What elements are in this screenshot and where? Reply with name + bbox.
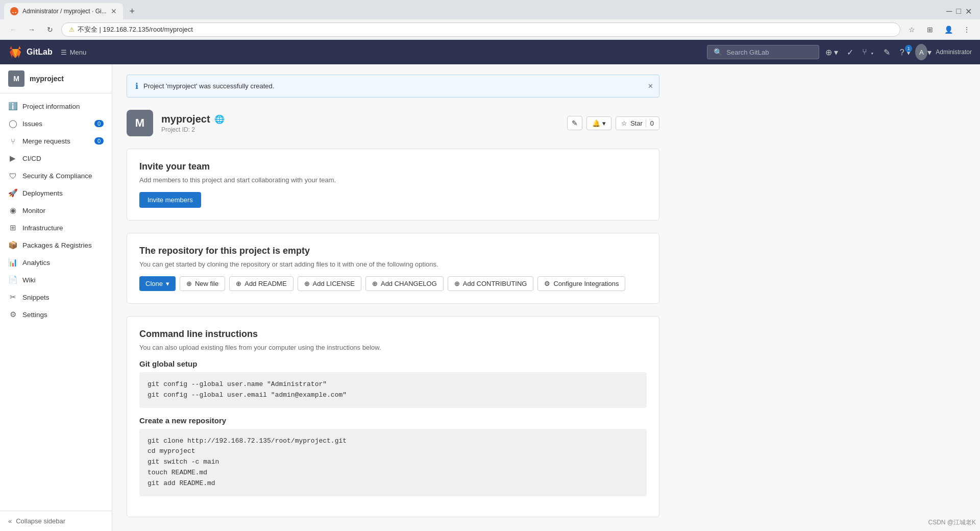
profile-button[interactable]: 👤 <box>941 22 955 37</box>
alert-icon: ℹ <box>135 81 138 91</box>
clone-dropdown-icon: ▾ <box>166 280 169 287</box>
sidebar-item-infrastructure[interactable]: ⊞ Infrastructure <box>0 219 112 236</box>
sidebar-item-security-compliance[interactable]: 🛡 Security & Compliance <box>0 167 112 184</box>
add-contributing-label: Add CONTRIBUTING <box>463 280 527 287</box>
sidebar-item-issues[interactable]: ◯ Issues 0 <box>0 115 112 132</box>
menu-button-nav[interactable]: ☰ Menu <box>61 49 87 56</box>
repo-actions: Clone ▾ ⊕ New file ⊕ Add README ⊕ Add LI… <box>139 276 647 291</box>
star-button[interactable]: ☆ Star 0 <box>616 116 659 130</box>
refresh-button[interactable]: ↻ <box>43 22 57 37</box>
clone-button[interactable]: Clone ▾ <box>139 276 176 291</box>
add-contributing-button[interactable]: ⊕ Add CONTRIBUTING <box>448 276 534 291</box>
configure-integrations-button[interactable]: ⚙ Configure Integrations <box>537 276 625 291</box>
sidebar-item-merge-requests[interactable]: ⑂ Merge requests 0 <box>0 132 112 150</box>
add-changelog-button[interactable]: ⊕ Add CHANGELOG <box>365 276 444 291</box>
project-header-actions: ✎ 🔔 ▾ ☆ Star 0 <box>567 116 659 130</box>
sidebar-item-wiki[interactable]: 📄 Wiki <box>0 271 112 288</box>
sidebar: M myproject ℹ️ Project information ◯ Iss… <box>0 64 112 531</box>
cmd-line-2: git config --global user.email "admin@ex… <box>148 390 639 401</box>
gitlab-logo[interactable]: GitLab <box>8 45 53 59</box>
tab-close-button[interactable]: ✕ <box>111 7 117 15</box>
visibility-icon: 🌐 <box>214 114 225 124</box>
add-contributing-icon: ⊕ <box>454 280 460 287</box>
menu-label: Menu <box>70 49 87 56</box>
username-nav: Administrator <box>936 49 972 56</box>
cmd-add: git add README.md <box>148 478 639 489</box>
merge-requests-nav[interactable]: ⑂ ▾ <box>860 44 876 60</box>
invite-description: Add members to this project and start co… <box>139 176 647 184</box>
deployments-icon: 🚀 <box>8 188 17 198</box>
sidebar-label-analytics: Analytics <box>22 259 50 267</box>
sidebar-item-snippets[interactable]: ✂ Snippets <box>0 288 112 306</box>
sidebar-item-deployments[interactable]: 🚀 Deployments <box>0 184 112 202</box>
sidebar-item-monitor[interactable]: ◉ Monitor <box>0 202 112 219</box>
search-icon: 🔍 <box>714 48 722 56</box>
avatar-image: A <box>915 44 927 60</box>
add-readme-icon: ⊕ <box>236 280 241 287</box>
sidebar-label-settings: Settings <box>22 311 47 319</box>
todo-button[interactable]: ✓ <box>842 44 858 60</box>
git-global-setup-code: git config --global user.name "Administr… <box>139 372 647 408</box>
add-changelog-icon: ⊕ <box>372 280 378 287</box>
sidebar-project[interactable]: M myproject <box>0 64 112 93</box>
add-readme-label: Add README <box>244 280 286 287</box>
sidebar-label-packages: Packages & Registries <box>22 242 92 249</box>
minimize-button[interactable]: ─ <box>946 7 952 16</box>
gitlab-logo-icon <box>8 45 22 59</box>
edit-button[interactable]: ✎ <box>878 44 895 60</box>
analytics-icon: 📊 <box>8 258 17 267</box>
collapse-sidebar-button[interactable]: « Collapse sidebar <box>8 517 104 525</box>
add-license-button[interactable]: ⊕ Add LICENSE <box>298 276 361 291</box>
sidebar-label-monitor: Monitor <box>22 207 45 214</box>
wiki-icon: 📄 <box>8 275 17 284</box>
add-license-label: Add LICENSE <box>313 280 355 287</box>
create-button[interactable]: ⊕ ▾ <box>823 44 840 60</box>
edit-project-button[interactable]: ✎ <box>567 116 582 130</box>
project-id: Project ID: 2 <box>161 126 567 133</box>
sidebar-item-cicd[interactable]: ▶ CI/CD <box>0 150 112 167</box>
help-button[interactable]: ? ▾ 1 <box>897 44 913 60</box>
new-tab-button[interactable]: + <box>125 4 139 18</box>
notification-badge: 1 <box>905 45 912 52</box>
sidebar-item-settings[interactable]: ⚙ Settings <box>0 306 112 323</box>
sidebar-item-packages-registries[interactable]: 📦 Packages & Registries <box>0 236 112 254</box>
alert-close-button[interactable]: × <box>648 82 653 91</box>
sidebar-item-analytics[interactable]: 📊 Analytics <box>0 254 112 271</box>
back-button[interactable]: ← <box>6 22 20 37</box>
git-global-setup-title: Git global setup <box>139 359 647 368</box>
maximize-button[interactable]: □ <box>956 7 961 16</box>
user-avatar-nav[interactable]: A ▾ <box>915 44 932 60</box>
project-title: myproject 🌐 <box>161 113 567 125</box>
add-readme-button[interactable]: ⊕ Add README <box>229 276 293 291</box>
sidebar-item-project-information[interactable]: ℹ️ Project information <box>0 98 112 115</box>
close-window-button[interactable]: ✕ <box>965 7 972 16</box>
gitlab-logo-text: GitLab <box>27 47 53 57</box>
extensions-button[interactable]: ⊞ <box>923 22 937 37</box>
sidebar-project-avatar: M <box>8 70 24 87</box>
forward-button[interactable]: → <box>24 22 39 37</box>
settings-icon: ⚙ <box>8 310 17 319</box>
cmd-touch: touch README.md <box>148 468 639 478</box>
sidebar-footer: « Collapse sidebar <box>0 511 112 531</box>
cmd-clone: git clone http://192.168.72.135/root/myp… <box>148 436 639 447</box>
snippets-icon: ✂ <box>8 293 17 302</box>
search-bar[interactable]: 🔍 <box>707 45 819 59</box>
infrastructure-icon: ⊞ <box>8 223 17 232</box>
address-bar[interactable]: ⚠ 不安全 | 192.168.72.135/root/myproject <box>61 22 900 37</box>
sidebar-project-name: myproject <box>30 75 64 83</box>
gitlab-top-nav: GitLab ☰ Menu 🔍 ⊕ ▾ ✓ ⑂ ▾ ✎ ? ▾ 1 A ▾ Ad… <box>0 40 980 64</box>
hamburger-icon: ☰ <box>61 49 67 56</box>
cmd-description: You can also upload existing files from … <box>139 344 647 351</box>
sidebar-label-project-information: Project information <box>22 103 80 110</box>
collapse-label: Collapse sidebar <box>16 517 65 525</box>
menu-button[interactable]: ⋮ <box>960 22 974 37</box>
bookmark-button[interactable]: ☆ <box>904 22 919 37</box>
packages-icon: 📦 <box>8 240 17 250</box>
invite-members-button[interactable]: Invite members <box>139 192 201 208</box>
search-input[interactable] <box>726 49 808 56</box>
watermark: CSDN @江城老K <box>928 518 976 527</box>
new-file-button[interactable]: ⊕ New file <box>180 276 225 291</box>
active-tab[interactable]: 🦊 Administrator / myproject · Gi... ✕ <box>4 3 123 19</box>
notification-button[interactable]: 🔔 ▾ <box>586 116 611 130</box>
invite-title: Invite your team <box>139 161 647 172</box>
